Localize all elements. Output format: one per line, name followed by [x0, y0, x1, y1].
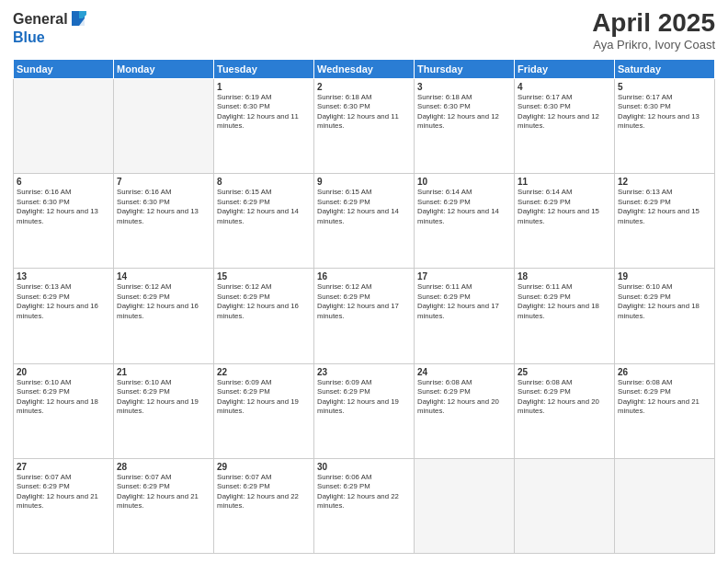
day-number: 25 [518, 367, 611, 377]
table-row: 24Sunrise: 6:08 AMSunset: 6:29 PMDayligh… [415, 363, 515, 458]
calendar-week-row: 20Sunrise: 6:10 AMSunset: 6:29 PMDayligh… [14, 363, 715, 458]
table-row: 28Sunrise: 6:07 AMSunset: 6:29 PMDayligh… [114, 458, 214, 553]
day-number: 15 [217, 271, 311, 282]
table-row: 4Sunrise: 6:17 AMSunset: 6:30 PMDaylight… [515, 78, 615, 173]
day-info: Sunrise: 6:11 AMSunset: 6:29 PMDaylight:… [518, 282, 611, 321]
page: General Blue April 2025 Aya Prikro, Ivor… [0, 0, 728, 563]
table-row: 5Sunrise: 6:17 AMSunset: 6:30 PMDaylight… [615, 78, 715, 173]
col-friday: Friday [515, 59, 615, 78]
day-info: Sunrise: 6:08 AMSunset: 6:29 PMDaylight:… [618, 378, 711, 417]
day-number: 8 [217, 177, 311, 187]
table-row [114, 78, 214, 173]
day-info: Sunrise: 6:14 AMSunset: 6:29 PMDaylight:… [518, 188, 611, 226]
day-number: 7 [117, 177, 210, 187]
day-info: Sunrise: 6:15 AMSunset: 6:29 PMDaylight:… [217, 188, 311, 226]
table-row: 29Sunrise: 6:07 AMSunset: 6:29 PMDayligh… [214, 458, 314, 553]
day-info: Sunrise: 6:07 AMSunset: 6:29 PMDaylight:… [17, 473, 110, 511]
calendar-table: Sunday Monday Tuesday Wednesday Thursday… [13, 59, 715, 554]
day-number: 12 [618, 177, 711, 187]
day-number: 27 [17, 462, 110, 472]
day-number: 11 [518, 177, 611, 187]
table-row: 2Sunrise: 6:18 AMSunset: 6:30 PMDaylight… [314, 78, 415, 173]
logo-icon [70, 9, 86, 29]
table-row: 7Sunrise: 6:16 AMSunset: 6:30 PMDaylight… [114, 174, 214, 269]
table-row: 18Sunrise: 6:11 AMSunset: 6:29 PMDayligh… [515, 269, 615, 363]
day-number: 29 [217, 462, 311, 472]
day-info: Sunrise: 6:13 AMSunset: 6:29 PMDaylight:… [618, 188, 711, 226]
day-number: 16 [317, 271, 411, 282]
day-info: Sunrise: 6:11 AMSunset: 6:29 PMDaylight:… [417, 282, 511, 321]
table-row: 30Sunrise: 6:06 AMSunset: 6:29 PMDayligh… [314, 458, 415, 553]
day-info: Sunrise: 6:17 AMSunset: 6:30 PMDaylight:… [518, 93, 611, 132]
day-info: Sunrise: 6:12 AMSunset: 6:29 PMDaylight:… [117, 282, 210, 321]
table-row: 21Sunrise: 6:10 AMSunset: 6:29 PMDayligh… [114, 363, 214, 458]
day-info: Sunrise: 6:08 AMSunset: 6:29 PMDaylight:… [417, 378, 511, 417]
table-row: 20Sunrise: 6:10 AMSunset: 6:29 PMDayligh… [14, 363, 114, 458]
table-row: 15Sunrise: 6:12 AMSunset: 6:29 PMDayligh… [214, 269, 314, 363]
header: General Blue April 2025 Aya Prikro, Ivor… [13, 9, 715, 52]
calendar-week-row: 6Sunrise: 6:16 AMSunset: 6:30 PMDaylight… [14, 174, 715, 269]
table-row: 17Sunrise: 6:11 AMSunset: 6:29 PMDayligh… [415, 269, 515, 363]
day-info: Sunrise: 6:08 AMSunset: 6:29 PMDaylight:… [518, 378, 611, 417]
day-info: Sunrise: 6:10 AMSunset: 6:29 PMDaylight:… [17, 378, 110, 417]
table-row: 8Sunrise: 6:15 AMSunset: 6:29 PMDaylight… [214, 174, 314, 269]
logo: General Blue [13, 9, 86, 46]
day-number: 14 [117, 271, 210, 282]
col-thursday: Thursday [415, 59, 515, 78]
calendar-week-row: 27Sunrise: 6:07 AMSunset: 6:29 PMDayligh… [14, 458, 715, 553]
col-saturday: Saturday [615, 59, 715, 78]
day-number: 19 [618, 271, 711, 282]
table-row: 1Sunrise: 6:19 AMSunset: 6:30 PMDaylight… [214, 78, 314, 173]
day-info: Sunrise: 6:16 AMSunset: 6:30 PMDaylight:… [117, 188, 210, 226]
day-number: 20 [17, 367, 110, 377]
calendar-week-row: 1Sunrise: 6:19 AMSunset: 6:30 PMDaylight… [14, 78, 715, 173]
day-number: 28 [117, 462, 210, 472]
day-number: 13 [17, 271, 110, 282]
day-info: Sunrise: 6:09 AMSunset: 6:29 PMDaylight:… [217, 378, 311, 417]
table-row: 13Sunrise: 6:13 AMSunset: 6:29 PMDayligh… [14, 269, 114, 363]
calendar-header-row: Sunday Monday Tuesday Wednesday Thursday… [14, 59, 715, 78]
day-number: 9 [317, 177, 411, 187]
logo-blue: Blue [13, 29, 45, 45]
calendar-subtitle: Aya Prikro, Ivory Coast [592, 38, 715, 52]
table-row [615, 458, 715, 553]
table-row: 16Sunrise: 6:12 AMSunset: 6:29 PMDayligh… [314, 269, 415, 363]
day-info: Sunrise: 6:07 AMSunset: 6:29 PMDaylight:… [117, 473, 210, 511]
table-row: 3Sunrise: 6:18 AMSunset: 6:30 PMDaylight… [415, 78, 515, 173]
calendar-body: 1Sunrise: 6:19 AMSunset: 6:30 PMDaylight… [14, 78, 715, 553]
day-info: Sunrise: 6:17 AMSunset: 6:30 PMDaylight:… [618, 93, 711, 132]
day-number: 26 [618, 367, 711, 377]
col-tuesday: Tuesday [214, 59, 314, 78]
day-number: 17 [417, 271, 511, 282]
day-info: Sunrise: 6:14 AMSunset: 6:29 PMDaylight:… [417, 188, 511, 226]
day-number: 21 [117, 367, 210, 377]
day-number: 4 [518, 82, 611, 92]
day-info: Sunrise: 6:19 AMSunset: 6:30 PMDaylight:… [217, 93, 311, 132]
day-info: Sunrise: 6:06 AMSunset: 6:29 PMDaylight:… [317, 473, 411, 511]
day-number: 5 [618, 82, 711, 92]
day-info: Sunrise: 6:07 AMSunset: 6:29 PMDaylight:… [217, 473, 311, 511]
day-number: 30 [317, 462, 411, 472]
day-number: 3 [417, 82, 511, 92]
day-number: 24 [417, 367, 511, 377]
table-row: 10Sunrise: 6:14 AMSunset: 6:29 PMDayligh… [415, 174, 515, 269]
day-number: 2 [317, 82, 411, 92]
day-info: Sunrise: 6:13 AMSunset: 6:29 PMDaylight:… [17, 282, 110, 321]
table-row: 11Sunrise: 6:14 AMSunset: 6:29 PMDayligh… [515, 174, 615, 269]
day-info: Sunrise: 6:16 AMSunset: 6:30 PMDaylight:… [17, 188, 110, 226]
col-wednesday: Wednesday [314, 59, 415, 78]
calendar-week-row: 13Sunrise: 6:13 AMSunset: 6:29 PMDayligh… [14, 269, 715, 363]
day-number: 10 [417, 177, 511, 187]
day-info: Sunrise: 6:18 AMSunset: 6:30 PMDaylight:… [417, 93, 511, 132]
title-block: April 2025 Aya Prikro, Ivory Coast [592, 9, 715, 52]
table-row: 9Sunrise: 6:15 AMSunset: 6:29 PMDaylight… [314, 174, 415, 269]
table-row: 23Sunrise: 6:09 AMSunset: 6:29 PMDayligh… [314, 363, 415, 458]
day-number: 23 [317, 367, 411, 377]
day-number: 1 [217, 82, 311, 92]
day-number: 22 [217, 367, 311, 377]
table-row: 12Sunrise: 6:13 AMSunset: 6:29 PMDayligh… [615, 174, 715, 269]
table-row [515, 458, 615, 553]
table-row: 25Sunrise: 6:08 AMSunset: 6:29 PMDayligh… [515, 363, 615, 458]
day-info: Sunrise: 6:10 AMSunset: 6:29 PMDaylight:… [117, 378, 210, 417]
calendar-title: April 2025 [592, 9, 715, 38]
